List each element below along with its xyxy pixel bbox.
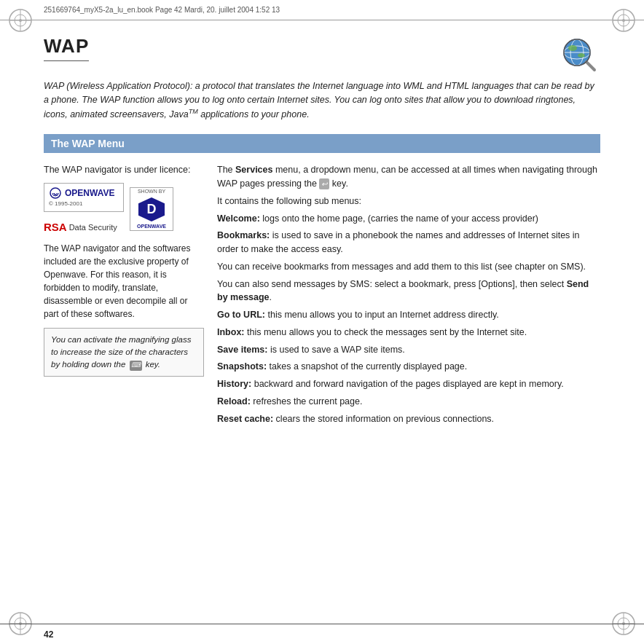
openwave-brand-text: OPENWAVE [65,186,114,200]
rsa-brand-text: RSA [44,219,67,236]
right-intro2: menu, a dropdown menu, can be accessed a… [217,165,597,189]
openwave-spiral-icon [49,186,62,200]
welcome-entry: Welcome: logs onto the home page, (carri… [217,212,600,226]
reset-label: Reset cache: [217,414,273,424]
book-info: 251669764_myX5-2a_lu_en.book Page 42 Mar… [44,6,280,14]
save-text: is used to save a WAP site items. [270,345,405,355]
left-para1: The WAP navigator is under licence: [44,163,204,177]
page-title: WAP [44,35,89,58]
top-bar: 251669764_myX5-2a_lu_en.book Page 42 Mar… [0,0,644,20]
right-intro: The [217,165,233,175]
sub-menus-intro: It contains the following sub menus: [217,195,600,208]
openwave-logo-top: OPENWAVE [49,186,114,200]
reset-entry: Reset cache: clears the stored informati… [217,412,600,426]
openwave-d-icon: D [138,197,165,221]
bookmarks-text: is used to save in a phonebook the names… [217,230,580,254]
goto-text: this menu allows you to input an Interne… [267,310,498,320]
info-box-key-text: key. [146,360,160,369]
snapshots-text: takes a snapshot of the currently displa… [270,361,468,372]
title-row: WAP [44,35,600,75]
page-number: 42 [44,629,53,640]
bookmarks-entry2: You can receive bookmarks from messages … [217,260,600,274]
rsa-logo: RSA Data Security [44,219,124,236]
key-icon: ⌨ [130,361,142,371]
info-box-text: You can activate the magnifying glass to… [51,335,191,369]
reload-label: Reload: [217,396,251,407]
svg-point-26 [578,53,585,58]
shown-by-label: SHOWN BY [138,188,165,196]
rsa-subtitle-text: Data Security [69,221,117,234]
info-box: You can activate the magnifying glass to… [44,328,204,377]
history-entry: History: backward and forward navigation… [217,377,600,391]
history-label: History: [217,379,251,389]
bookmarks-entry: Bookmarks: is used to save in a phoneboo… [217,229,600,256]
history-text: backward and forward navigation of the p… [254,379,564,389]
two-column-layout: The WAP navigator is under licence: OPEN… [44,163,600,429]
shown-by-box: SHOWN BY D OPENWAVE [130,187,173,231]
wap-globe-icon [557,35,600,75]
page-content: WAP WAP (Wireless Applicatio [0,20,644,624]
snapshots-entry: Snapshots: takes a snapshot of the curre… [217,360,600,374]
inbox-entry: Inbox: this menu allows you to check the… [217,326,600,339]
services-key-icon: ↩ [319,178,329,189]
svg-line-27 [586,62,594,70]
inbox-text: this menu allows you to check the messag… [247,327,527,337]
services-intro: The Services menu, a dropdown menu, can … [217,163,600,191]
save-label: Save items: [217,345,267,355]
bookmarks-entry3: You can also send messages by SMS: selec… [217,278,600,305]
openwave-logo: OPENWAVE © 1995-2001 [44,183,124,212]
welcome-label: Welcome: [217,213,260,224]
section-header: The WAP Menu [44,134,600,153]
openwave-copyright: © 1995-2001 [49,200,82,208]
reload-text: refreshes the current page. [253,396,362,407]
left-column: The WAP navigator is under licence: OPEN… [44,163,204,429]
goto-label: Go to URL: [217,310,265,320]
title-area: WAP [44,35,89,68]
right-intro3: key. [332,178,348,189]
goto-entry: Go to URL: this menu allows you to input… [217,308,600,322]
svg-point-29 [50,188,60,198]
bookmarks-label: Bookmarks: [217,230,270,240]
welcome-text: logs onto the home page, (carries the na… [262,213,538,224]
logos-area: OPENWAVE © 1995-2001 RSA Data Security S… [44,183,204,236]
bottom-bar: 42 [0,624,644,644]
shown-by-brand: OPENWAVE [137,223,166,231]
services-label: Services [235,165,272,175]
left-para2: The WAP navigator and the softwares incl… [44,242,204,321]
inbox-label: Inbox: [217,327,245,337]
reload-entry: Reload: refreshes the current page. [217,395,600,409]
save-entry: Save items: is used to save a WAP site i… [217,343,600,357]
title-rule [44,60,89,61]
reset-text: clears the stored information on previou… [276,414,494,424]
svg-point-25 [568,45,577,51]
snapshots-label: Snapshots: [217,361,267,372]
intro-paragraph: WAP (Wireless Application Protocol): a p… [44,79,600,121]
bookmarks3-text: You can also send messages by SMS: selec… [217,279,564,289]
right-column: The Services menu, a dropdown menu, can … [217,163,600,429]
